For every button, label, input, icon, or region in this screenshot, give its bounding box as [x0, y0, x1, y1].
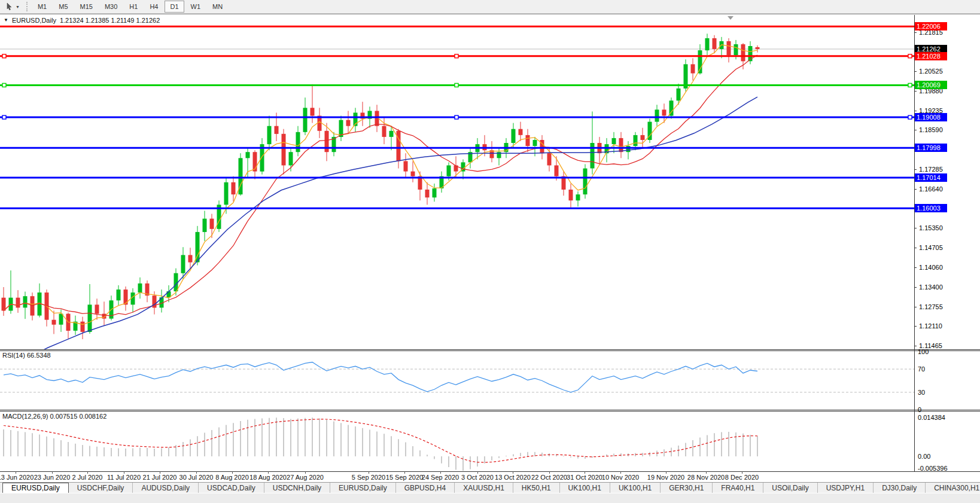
timeframe-button-H4[interactable]: H4	[144, 1, 163, 13]
candle-body	[626, 146, 631, 152]
candle-body	[232, 182, 236, 194]
line-selection-handle[interactable]	[908, 83, 912, 87]
candle-body	[16, 298, 20, 308]
timeframe-button-M1[interactable]: M1	[32, 1, 52, 13]
ma-mid-line	[4, 55, 757, 316]
timeframe-button-MN[interactable]: MN	[207, 1, 228, 13]
symbol-tab-HK50-H1[interactable]: HK50,H1	[513, 483, 560, 493]
price-tick-label: 1.13400	[919, 283, 973, 291]
line-selection-handle[interactable]	[2, 83, 6, 87]
candle-body	[275, 126, 279, 134]
candle-body	[389, 131, 394, 137]
candle-body	[203, 219, 207, 232]
symbol-tab-USDJPY-H1[interactable]: USDJPY,H1	[818, 483, 874, 493]
timeframe-button-M30[interactable]: M30	[99, 1, 123, 13]
toolbar-grip	[26, 2, 29, 11]
symbol-tab-USDCNH-Daily[interactable]: USDCNH,Daily	[264, 483, 330, 493]
symbol-tab-XAUUSD-H1[interactable]: XAUUSD,H1	[455, 483, 513, 493]
candle-body	[569, 190, 573, 200]
date-label: 10 Nov 2020	[602, 474, 639, 481]
symbol-tab-FRA40-H1[interactable]: FRA40,H1	[713, 483, 763, 493]
date-label: 15 Sep 2020	[386, 474, 423, 481]
date-label: 2 Jul 2020	[72, 474, 103, 481]
collapse-triangle-icon[interactable]: ▼	[4, 17, 8, 23]
price-tick-label: 1.17285	[919, 166, 973, 173]
rsi-scale-label: 100	[918, 348, 929, 355]
candle-body	[519, 129, 523, 135]
price-tick-mark	[914, 32, 917, 33]
candle-body	[555, 166, 559, 176]
rsi-panel[interactable]	[0, 351, 914, 410]
timeframe-button-M5[interactable]: M5	[53, 1, 73, 13]
candle-body	[59, 314, 63, 325]
main-price-chart[interactable]	[0, 25, 914, 349]
candle-body	[655, 109, 659, 121]
candle-body	[196, 232, 200, 263]
candle-body	[447, 166, 451, 176]
price-tick-mark	[914, 248, 917, 248]
date-label: 13 Jun 2020	[0, 474, 34, 481]
cursor-tool-button[interactable]: ▼	[1, 1, 24, 13]
candle-body	[705, 38, 710, 50]
line-selection-handle[interactable]	[908, 54, 912, 58]
candle-body	[756, 47, 760, 49]
date-label: 21 Jul 2020	[143, 474, 177, 481]
chart-title-symbol: EURUSD,Daily	[12, 17, 56, 24]
candle-body	[713, 38, 717, 49]
symbol-tab-USDCAD-Daily[interactable]: USDCAD,Daily	[199, 483, 264, 493]
chart-window: ▼ EURUSD,Daily 1.21324 1.21385 1.21149 1…	[0, 14, 980, 482]
symbol-tab-USOil-Daily[interactable]: USOil,Daily	[763, 483, 817, 493]
time-scale[interactable]: 13 Jun 202023 Jun 20202 Jul 202011 Jul 2…	[0, 471, 980, 483]
symbol-tab-UK100-H1[interactable]: UK100,H1	[560, 483, 610, 493]
price-tick-label: 1.16640	[919, 185, 973, 193]
chart-title: ▼ EURUSD,Daily 1.21324 1.21385 1.21149 1…	[4, 16, 160, 25]
symbol-tab-AUDUSD-Daily[interactable]: AUDUSD,Daily	[133, 483, 199, 493]
chart-shift-marker[interactable]	[728, 16, 734, 20]
line-selection-handle[interactable]	[908, 115, 912, 119]
price-tick-mark	[914, 326, 917, 327]
candle-body	[289, 152, 293, 165]
candle-body	[619, 138, 623, 152]
timeframe-button-H1[interactable]: H1	[124, 1, 143, 13]
rsi-scale-label: 70	[918, 365, 925, 373]
symbol-tab-EURUSD-Daily[interactable]: EURUSD,Daily	[330, 483, 396, 493]
symbol-tab-GBPUSD-H4[interactable]: GBPUSD,H4	[396, 483, 455, 493]
line-selection-handle[interactable]	[455, 115, 458, 119]
symbol-tab-USDCHF-Daily[interactable]: USDCHF,Daily	[69, 483, 133, 493]
candle-body	[138, 283, 142, 292]
symbol-tab-EURUSD-Daily[interactable]: EURUSD,Daily	[2, 483, 69, 493]
candle-body	[677, 89, 681, 100]
symbol-tab-UK100-H1[interactable]: UK100,H1	[610, 483, 661, 493]
line-selection-handle[interactable]	[2, 115, 6, 119]
candle-body	[576, 194, 580, 200]
price-tick-mark	[914, 169, 917, 170]
date-label: 22 Oct 2020	[531, 474, 567, 481]
price-tick-mark	[914, 346, 917, 346]
macd-panel[interactable]	[0, 411, 914, 471]
ma-fast-line	[4, 45, 757, 325]
symbol-tab-GER30-H1[interactable]: GER30,H1	[661, 483, 713, 493]
macd-scale-label: 0.014384	[918, 414, 945, 421]
candle-body	[188, 255, 193, 262]
candle-body	[404, 161, 408, 171]
date-label: 13 Oct 2020	[495, 474, 531, 481]
price-tick-mark	[914, 130, 917, 130]
candle-body	[641, 135, 645, 140]
date-label: 23 Jun 2020	[34, 474, 71, 481]
price-tick-mark	[914, 307, 917, 307]
timeframe-button-M15[interactable]: M15	[75, 1, 98, 13]
line-selection-handle[interactable]	[455, 54, 458, 58]
candle-body	[547, 153, 552, 165]
price-tick-label: 1.12755	[919, 303, 973, 310]
symbol-tab-CHINA300-H1[interactable]: CHINA300,H1	[926, 483, 980, 493]
timeframe-button-W1[interactable]: W1	[185, 1, 206, 13]
candle-body	[224, 182, 229, 205]
symbol-tab-bar: EURUSD,DailyUSDCHF,DailyAUDUSD,DailyUSDC…	[0, 482, 980, 493]
chevron-down-icon: ▼	[16, 5, 20, 9]
candle-body	[382, 126, 386, 137]
line-selection-handle[interactable]	[455, 83, 458, 87]
symbol-tab-DJ30-Daily[interactable]: DJ30,Daily	[874, 483, 926, 493]
price-badge: 1.17014	[915, 173, 947, 182]
timeframe-button-D1[interactable]: D1	[165, 1, 184, 13]
line-selection-handle[interactable]	[2, 54, 6, 58]
